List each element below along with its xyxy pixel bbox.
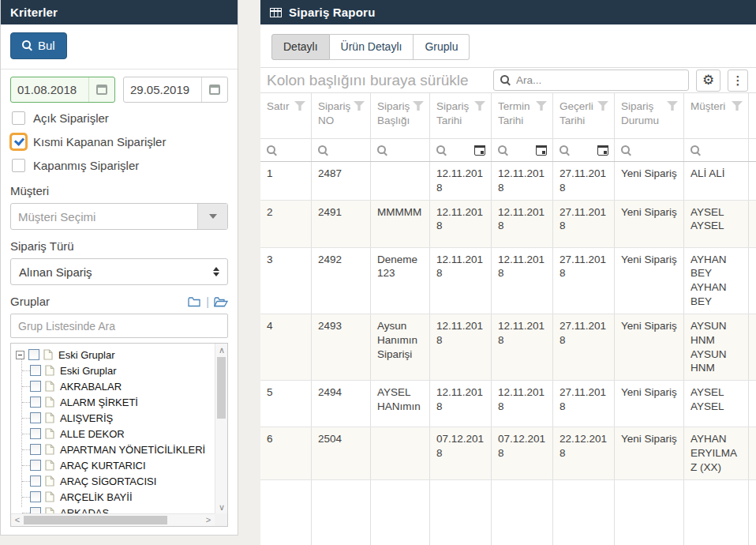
tree-checkbox[interactable] (30, 444, 41, 455)
filter-funnel-icon[interactable] (536, 101, 547, 111)
document-icon (45, 475, 54, 487)
tree-item[interactable]: APARTMAN YÖNETİCİLİKLERİ (16, 442, 215, 457)
column-header[interactable]: Sipariş Durumu (615, 93, 684, 138)
tree-item[interactable]: ALLE DEKOR (16, 426, 215, 442)
column-filter-cell[interactable] (260, 139, 312, 161)
date-from-calendar-button[interactable] (88, 77, 114, 102)
column-header[interactable]: Müşteri (684, 93, 749, 138)
find-row: Bul (1, 24, 238, 70)
scroll-right-icon[interactable]: > (202, 514, 215, 525)
column-header[interactable]: Sipariş Başlığı (371, 93, 430, 138)
empty-cell (615, 480, 684, 545)
column-header-label: Sipariş NO (318, 100, 350, 126)
date-to-calendar-button[interactable] (201, 77, 227, 102)
tree-item[interactable]: ARAÇ SİGORTACISI (16, 473, 215, 489)
table-row[interactable]: 52494AYSEL HANımın12.11.201812.11.201827… (260, 381, 756, 427)
filter-funnel-icon[interactable] (474, 101, 485, 111)
tree-item[interactable]: ALARM ŞİRKETİ (16, 394, 215, 410)
filter-funnel-icon[interactable] (597, 101, 608, 111)
tree-checkbox[interactable] (30, 491, 41, 502)
table-row[interactable]: 22491MMMMM12.11.201812.11.201827.11.2018… (260, 201, 756, 248)
filter-funnel-icon[interactable] (413, 101, 424, 111)
table-row[interactable]: 1248712.11.201812.11.201827.11.2018Yeni … (260, 162, 756, 201)
column-header[interactable]: Geçerli Tarihi (553, 93, 615, 138)
checkbox-unchecked[interactable] (12, 111, 25, 125)
column-filter-cell[interactable] (430, 139, 492, 161)
calendar-icon[interactable] (597, 145, 608, 156)
column-filter-cell[interactable] (684, 139, 749, 161)
vertical-scroll-thumb[interactable] (217, 357, 226, 419)
order-type-select[interactable]: Alınan Sipariş (10, 258, 228, 285)
column-header[interactable]: Termin Tarihi (492, 93, 553, 138)
checkbox-checked[interactable] (12, 135, 25, 148)
tree-item[interactable]: Eski Gruplar (16, 347, 215, 363)
horizontal-scroll-thumb[interactable] (24, 516, 167, 524)
tab-gruplu[interactable]: Gruplu (414, 34, 470, 60)
tree-checkbox[interactable] (28, 349, 39, 360)
tree-checkbox[interactable] (30, 397, 41, 408)
tree-checkbox[interactable] (30, 460, 41, 471)
table-row[interactable]: 32492Deneme 12312.11.201812.11.201827.11… (260, 248, 756, 314)
scroll-down-icon[interactable]: ∨ (215, 502, 228, 513)
tree-checkbox[interactable] (30, 428, 41, 439)
empty-cell (492, 480, 553, 545)
date-to-field[interactable]: 29.05.2019 (123, 77, 228, 103)
scroll-left-icon[interactable]: < (11, 514, 24, 525)
group-search-input[interactable] (10, 314, 228, 338)
find-button-label: Bul (38, 39, 55, 52)
tab-detaylı[interactable]: Detaylı (271, 34, 330, 60)
report-panel-header: Sipariş Raporu (260, 0, 756, 24)
tree-item[interactable]: Eski Gruplar (16, 363, 215, 378)
column-header[interactable]: Sipariş Tarihi (430, 93, 492, 138)
calendar-icon[interactable] (536, 145, 547, 156)
criteria-body: 01.08.2018 29.05.2019 Açık SiparişlerKıs… (1, 70, 238, 535)
tree-checkbox[interactable] (30, 507, 41, 513)
column-filter-cell[interactable] (553, 139, 615, 161)
tree-vertical-scrollbar[interactable]: ∧ ∨ (215, 344, 227, 513)
menu-button[interactable]: ⋮ (728, 70, 748, 92)
column-filter-cell[interactable] (615, 139, 684, 161)
settings-button[interactable]: ⚙ (696, 70, 720, 92)
checkbox-unchecked[interactable] (12, 159, 25, 172)
empty-cell (430, 480, 492, 545)
table-row[interactable]: 42493Aysun Hanımın Siparişi12.11.201812.… (260, 314, 756, 381)
tree-item[interactable]: ALIŞVERİŞ (16, 410, 215, 426)
orders-grid: SatırSipariş NOSipariş BaşlığıSipariş Ta… (260, 92, 756, 545)
tree-checkbox[interactable] (30, 365, 41, 376)
tree-checkbox[interactable] (30, 475, 41, 487)
collapse-icon[interactable] (16, 351, 24, 359)
customer-select-expand-button[interactable] (197, 204, 227, 229)
grid-search-input[interactable] (516, 74, 682, 86)
calendar-icon[interactable] (474, 145, 485, 156)
column-filter-cell[interactable] (371, 139, 430, 161)
tree-item[interactable]: AKRABALAR (16, 378, 215, 394)
find-button[interactable]: Bul (10, 32, 67, 59)
customer-select[interactable]: Müşteri Seçimi (10, 203, 228, 230)
column-header[interactable]: Sipariş NO (312, 93, 371, 138)
group-drop-zone[interactable]: Kolon başlığını buraya sürükle (267, 72, 469, 89)
checkbox-label: Kapanmış Siparişler (33, 159, 139, 172)
tree-checkbox[interactable] (30, 381, 41, 392)
filter-funnel-icon[interactable] (354, 101, 365, 111)
tree-item-label: AKRABALAR (60, 381, 122, 393)
tree-item[interactable]: ARÇELİK BAYİİ (16, 489, 215, 505)
table-row[interactable]: 6250407.12.201807.12.201822.12.2018Yeni … (260, 427, 756, 479)
folder-open-icon[interactable] (214, 296, 228, 307)
column-filter-cell[interactable] (312, 139, 371, 161)
date-from-field[interactable]: 01.08.2018 (10, 77, 115, 103)
tab-ürün-detaylı[interactable]: Ürün Detaylı (330, 34, 414, 60)
tree-item[interactable]: ARAÇ KURTARICI (16, 457, 215, 473)
tree-checkbox[interactable] (30, 412, 41, 423)
grid-searchbox[interactable] (493, 70, 689, 91)
column-filter-cell[interactable] (492, 139, 553, 161)
column-header[interactable]: Satır (260, 93, 312, 138)
table-cell: 07.12.2018 (492, 427, 553, 479)
folder-closed-icon[interactable] (188, 296, 201, 307)
scroll-up-icon[interactable]: ∧ (215, 344, 228, 355)
filter-funnel-icon[interactable] (294, 101, 305, 111)
filter-funnel-icon[interactable] (667, 101, 678, 111)
tree-horizontal-scrollbar[interactable]: < > (11, 513, 215, 526)
tree-item-label: ALARM ŞİRKETİ (60, 397, 138, 408)
filter-funnel-icon[interactable] (732, 101, 743, 111)
tree-item[interactable]: ARKADAŞ (16, 505, 215, 513)
